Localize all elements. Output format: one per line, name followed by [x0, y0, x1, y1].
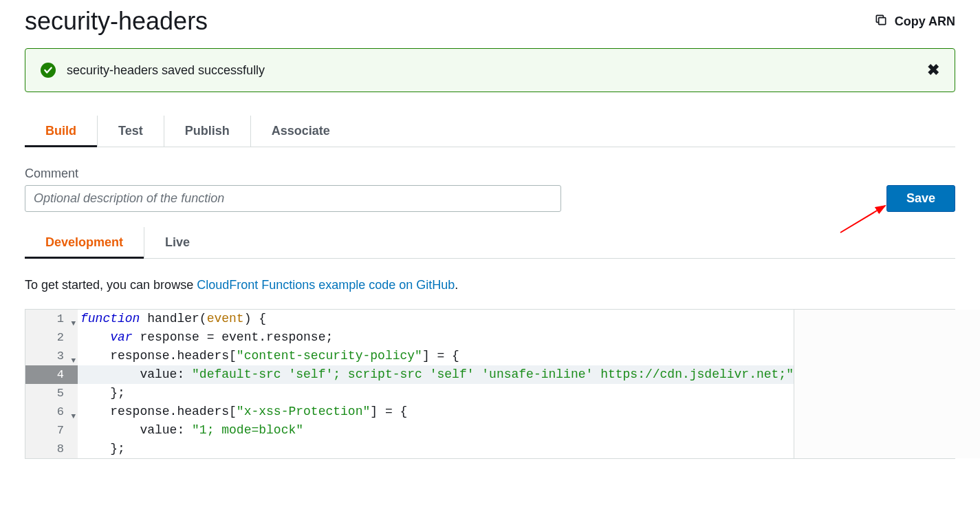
- code-line[interactable]: response.headers["content-security-polic…: [78, 347, 794, 365]
- copy-icon: [874, 13, 888, 30]
- github-link[interactable]: CloudFront Functions example code on Git…: [197, 278, 455, 292]
- check-circle-icon: [41, 63, 56, 78]
- code-line[interactable]: var response = event.response;: [78, 328, 794, 347]
- code-line[interactable]: };: [78, 440, 794, 458]
- tab-associate[interactable]: Associate: [251, 116, 351, 147]
- tab-test[interactable]: Test: [98, 116, 164, 147]
- help-prefix: To get started, you can browse: [25, 278, 197, 292]
- code-minimap: [794, 310, 980, 458]
- comment-label: Comment: [25, 167, 561, 181]
- code-body[interactable]: function handler(event) { var response =…: [78, 310, 794, 458]
- help-suffix: .: [455, 278, 458, 292]
- alert-message: security-headers saved successfully: [67, 63, 265, 78]
- save-button[interactable]: Save: [886, 185, 955, 212]
- code-line[interactable]: response.headers["x-xss-Protection"] = {: [78, 403, 794, 421]
- comment-input[interactable]: [25, 185, 561, 212]
- sub-tabs: DevelopmentLive: [25, 227, 955, 259]
- subtab-development[interactable]: Development: [25, 227, 144, 258]
- line-number: 5: [25, 384, 78, 403]
- copy-arn-label: Copy ARN: [895, 14, 955, 29]
- code-gutter: 1▼23▼456▼78: [25, 310, 78, 458]
- line-number: 2: [25, 328, 78, 347]
- tab-build[interactable]: Build: [25, 116, 98, 147]
- help-text: To get started, you can browse CloudFron…: [25, 278, 955, 292]
- line-number: 3▼: [25, 347, 78, 365]
- close-icon[interactable]: ✖: [927, 61, 939, 79]
- code-line[interactable]: value: "1; mode=block": [78, 421, 794, 440]
- subtab-live[interactable]: Live: [144, 227, 210, 258]
- tab-publish[interactable]: Publish: [164, 116, 251, 147]
- copy-arn-button[interactable]: Copy ARN: [874, 13, 955, 30]
- line-number: 6▼: [25, 403, 78, 421]
- code-editor[interactable]: 1▼23▼456▼78 function handler(event) { va…: [25, 309, 955, 459]
- success-alert: security-headers saved successfully ✖: [25, 48, 955, 92]
- code-line[interactable]: value: "default-src 'self'; script-src '…: [78, 365, 794, 384]
- main-tabs: BuildTestPublishAssociate: [25, 116, 955, 147]
- code-line[interactable]: };: [78, 384, 794, 403]
- line-number: 4: [25, 365, 78, 384]
- svg-rect-0: [878, 17, 885, 24]
- line-number: 7: [25, 421, 78, 440]
- code-line[interactable]: function handler(event) {: [78, 310, 794, 328]
- line-number: 8: [25, 440, 78, 458]
- line-number: 1▼: [25, 310, 78, 328]
- page-title: security-headers: [25, 7, 208, 36]
